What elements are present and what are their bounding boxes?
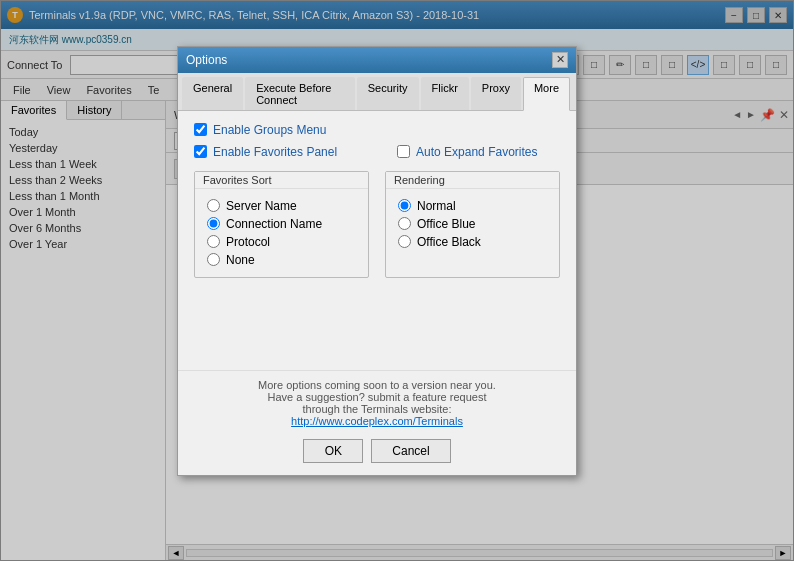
checkboxes-row-2: Enable Favorites Panel Auto Expand Favor… xyxy=(194,145,560,159)
rendering-normal-radio[interactable] xyxy=(398,199,411,212)
spacer xyxy=(194,286,560,358)
info-line-3: through the Terminals website: xyxy=(194,403,560,415)
ok-button[interactable]: OK xyxy=(303,439,363,463)
rendering-office-black-label[interactable]: Office Black xyxy=(417,235,481,249)
enable-favorites-panel-checkbox[interactable] xyxy=(194,145,207,158)
auto-expand-favorites-row: Auto Expand Favorites xyxy=(397,145,537,159)
enable-groups-menu-checkbox[interactable] xyxy=(194,123,207,136)
sort-connection-name-radio[interactable] xyxy=(207,217,220,230)
favorites-sort-group: Favorites Sort Server Name Connection Na… xyxy=(194,171,369,278)
sort-none-radio[interactable] xyxy=(207,253,220,266)
dialog-buttons: OK Cancel xyxy=(178,431,576,475)
sort-server-name-radio[interactable] xyxy=(207,199,220,212)
options-dialog: Options ✕ General Execute Before Connect… xyxy=(177,46,577,476)
enable-groups-menu-label[interactable]: Enable Groups Menu xyxy=(213,123,326,137)
sort-server-name-label[interactable]: Server Name xyxy=(226,199,297,213)
dialog-info: More options coming soon to a version ne… xyxy=(178,370,576,431)
rendering-normal-row: Normal xyxy=(398,197,547,215)
sort-connection-name-label[interactable]: Connection Name xyxy=(226,217,322,231)
tab-flickr[interactable]: Flickr xyxy=(421,77,469,110)
favorites-sort-title: Favorites Sort xyxy=(195,172,368,189)
dialog-content: Enable Groups Menu Enable Favorites Pane… xyxy=(178,111,576,370)
terminals-link[interactable]: http://www.codeplex.com/Terminals xyxy=(291,415,463,427)
sort-connection-name-row: Connection Name xyxy=(207,215,356,233)
dialog-tabs: General Execute Before Connect Security … xyxy=(178,73,576,111)
rendering-office-black-row: Office Black xyxy=(398,233,547,251)
rendering-office-blue-label[interactable]: Office Blue xyxy=(417,217,475,231)
enable-favorites-panel-row: Enable Favorites Panel xyxy=(194,145,337,159)
tab-security[interactable]: Security xyxy=(357,77,419,110)
enable-favorites-panel-label[interactable]: Enable Favorites Panel xyxy=(213,145,337,159)
dialog-title-bar: Options ✕ xyxy=(178,47,576,73)
dialog-title: Options xyxy=(186,53,552,67)
rendering-group: Rendering Normal Office Blue Office Blac… xyxy=(385,171,560,278)
rendering-title: Rendering xyxy=(386,172,559,189)
sort-server-name-row: Server Name xyxy=(207,197,356,215)
sort-none-row: None xyxy=(207,251,356,269)
rendering-normal-label[interactable]: Normal xyxy=(417,199,456,213)
sort-none-label[interactable]: None xyxy=(226,253,255,267)
info-line-1: More options coming soon to a version ne… xyxy=(194,379,560,391)
rendering-office-black-radio[interactable] xyxy=(398,235,411,248)
sort-protocol-label[interactable]: Protocol xyxy=(226,235,270,249)
tab-execute-before-connect[interactable]: Execute Before Connect xyxy=(245,77,355,110)
checkboxes-row-1: Enable Groups Menu xyxy=(194,123,560,137)
dialog-overlay: Options ✕ General Execute Before Connect… xyxy=(0,0,794,561)
auto-expand-favorites-label[interactable]: Auto Expand Favorites xyxy=(416,145,537,159)
info-line-2: Have a suggestion? submit a feature requ… xyxy=(194,391,560,403)
sort-protocol-row: Protocol xyxy=(207,233,356,251)
tab-general[interactable]: General xyxy=(182,77,243,110)
options-row: Favorites Sort Server Name Connection Na… xyxy=(194,171,560,278)
dialog-close-button[interactable]: ✕ xyxy=(552,52,568,68)
enable-groups-menu-row: Enable Groups Menu xyxy=(194,123,326,137)
tab-proxy[interactable]: Proxy xyxy=(471,77,521,110)
sort-protocol-radio[interactable] xyxy=(207,235,220,248)
tab-more[interactable]: More xyxy=(523,77,570,111)
rendering-office-blue-row: Office Blue xyxy=(398,215,547,233)
auto-expand-favorites-checkbox[interactable] xyxy=(397,145,410,158)
cancel-button[interactable]: Cancel xyxy=(371,439,450,463)
rendering-office-blue-radio[interactable] xyxy=(398,217,411,230)
